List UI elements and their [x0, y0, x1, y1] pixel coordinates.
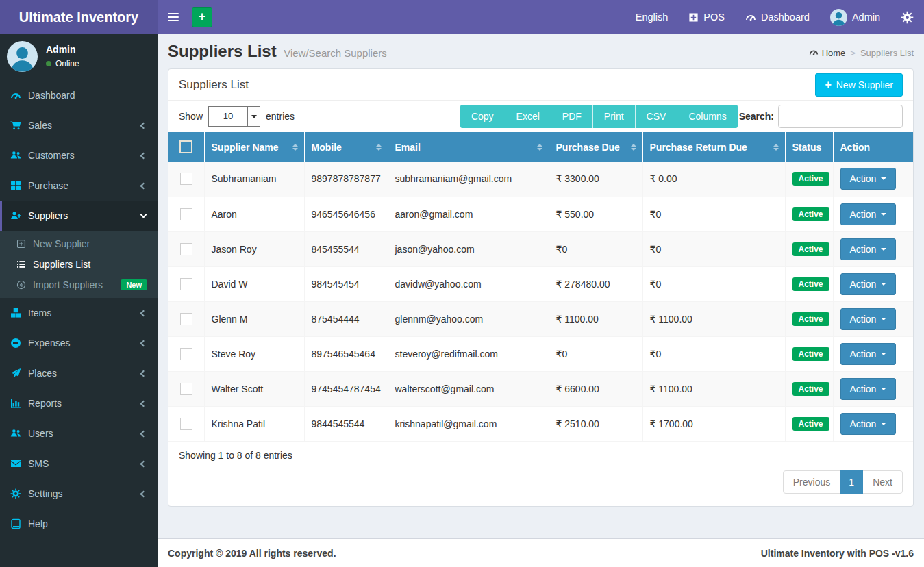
action-button[interactable]: Action [840, 273, 897, 295]
export-excel-button[interactable]: Excel [505, 105, 551, 128]
select-all-checkbox[interactable] [179, 140, 192, 153]
status-badge: Active [792, 277, 829, 291]
chevron-left-icon [140, 400, 147, 407]
sidebar-item-suppliers[interactable]: Suppliers [0, 201, 158, 231]
brand-logo[interactable]: Ultimate Inventory [0, 0, 158, 34]
user-menu[interactable]: Admin [820, 0, 890, 34]
action-button[interactable]: Action [840, 413, 897, 435]
sidebar-item-help[interactable]: Help [0, 509, 158, 539]
column-header-email[interactable]: Email [388, 132, 549, 162]
sidebar-toggle-button[interactable] [158, 0, 189, 34]
sort-icon [773, 144, 779, 151]
page-length-select[interactable]: 10 [208, 106, 260, 127]
sidebar-item-settings[interactable]: Settings [0, 479, 158, 509]
table-toolbar: Show 10 entries CopyExcelPDFPrintCSVColu… [168, 101, 913, 132]
export-columns-button[interactable]: Columns [677, 105, 737, 128]
column-header-mobile[interactable]: Mobile [304, 132, 388, 162]
sidebar-item-label: Help [28, 518, 147, 529]
purchase-due-cell: ₹ 6600.00 [549, 371, 642, 406]
sidebar-item-sms[interactable]: SMS [0, 449, 158, 479]
action-button[interactable]: Action [840, 238, 897, 260]
sidebar-item-customers[interactable]: Customers [0, 140, 158, 171]
caret-down-icon [881, 423, 886, 425]
row-checkbox[interactable] [180, 243, 192, 255]
row-checkbox[interactable] [180, 313, 192, 325]
purchase-return-due-cell: ₹ 1100.00 [642, 371, 785, 406]
breadcrumb-home-link[interactable]: Home [809, 47, 846, 59]
pagination-page-1-button[interactable]: 1 [840, 470, 863, 494]
sidebar-item-sales[interactable]: Sales [0, 110, 158, 140]
export-csv-button[interactable]: CSV [635, 105, 677, 128]
column-header-purchase-due[interactable]: Purchase Due [549, 132, 642, 162]
mobile-cell: 9844545544 [304, 406, 388, 441]
action-button[interactable]: Action [840, 203, 897, 225]
sidebar-item-label: Customers [28, 150, 141, 161]
status-badge: Active [792, 207, 829, 221]
email-cell: steveroy@redifmail.com [388, 336, 549, 371]
action-button[interactable]: Action [840, 343, 897, 365]
purchase-return-due-cell: ₹ 1700.00 [642, 406, 785, 441]
row-checkbox[interactable] [180, 348, 192, 360]
sidebar-subitem-suppliers-list[interactable]: Suppliers List [0, 254, 158, 275]
suppliers-table: Supplier NameMobileEmailPurchase DuePurc… [168, 132, 913, 442]
export-print-button[interactable]: Print [592, 105, 635, 128]
action-button[interactable]: Action [840, 308, 897, 330]
caret-down-icon [881, 388, 886, 390]
pagination: Previous 1 Next [179, 470, 903, 494]
cubes-icon [10, 307, 28, 318]
supplier-name-cell: Jason Roy [204, 231, 304, 266]
sidebar-item-users[interactable]: Users [0, 418, 158, 449]
supplier-name-cell: Aaron [204, 197, 304, 231]
sidebar-item-reports[interactable]: Reports [0, 388, 158, 418]
column-header-purchase-return-due[interactable]: Purchase Return Due [642, 132, 785, 162]
navbar-main: + English POS Dashboard Admin [158, 0, 924, 34]
sidebar-user-status[interactable]: Online [46, 59, 79, 68]
quick-add-button[interactable]: + [192, 7, 212, 27]
pos-link[interactable]: POS [678, 0, 735, 34]
supplier-name-cell: Glenn M [204, 301, 304, 336]
action-button[interactable]: Action [840, 168, 897, 190]
action-button[interactable]: Action [840, 378, 897, 400]
purchase-return-due-cell: ₹0 [642, 231, 785, 266]
row-checkbox[interactable] [180, 383, 192, 395]
user-plus-icon [10, 210, 28, 221]
row-checkbox[interactable] [180, 278, 192, 290]
row-checkbox[interactable] [180, 173, 192, 185]
row-checkbox[interactable] [180, 208, 192, 220]
caret-down-icon [881, 177, 886, 180]
column-header-supplier-name[interactable]: Supplier Name [204, 132, 304, 162]
search-input[interactable] [778, 105, 903, 128]
sidebar-item-purchase[interactable]: Purchase [0, 171, 158, 201]
caret-down-icon [881, 213, 886, 216]
pagination-previous-button[interactable]: Previous [783, 470, 840, 494]
row-select-cell [168, 162, 204, 197]
page-subtitle: View/Search Suppliers [284, 47, 387, 59]
dashboard-link[interactable]: Dashboard [735, 0, 820, 34]
sidebar-item-dashboard[interactable]: Dashboard [0, 80, 158, 110]
sidebar-subitem-import-suppliers[interactable]: Import SuppliersNew [0, 275, 158, 295]
users-icon [10, 428, 28, 439]
row-checkbox[interactable] [180, 418, 192, 430]
list-icon [16, 260, 33, 269]
pagination-next-button[interactable]: Next [862, 470, 903, 494]
sidebar-item-places[interactable]: Places [0, 358, 158, 388]
cart-icon [10, 120, 28, 131]
navbar-right-menu: English POS Dashboard Admin [625, 0, 924, 34]
supplier-name-cell: Walter Scott [204, 371, 304, 406]
sidebar-item-label: Sales [28, 120, 141, 131]
row-select-cell [168, 371, 204, 406]
sidebar-subitem-new-supplier[interactable]: New Supplier [0, 234, 158, 254]
export-pdf-button[interactable]: PDF [551, 105, 592, 128]
showing-entries-text: Showing 1 to 8 of 8 entries [179, 450, 903, 461]
status-cell: Active [785, 162, 833, 197]
settings-gear-menu[interactable] [890, 0, 924, 34]
new-supplier-button[interactable]: + New Supplier [815, 73, 903, 97]
purchase-due-cell: ₹ 2510.00 [549, 406, 642, 441]
sidebar-item-items[interactable]: Items [0, 298, 158, 328]
export-copy-button[interactable]: Copy [460, 105, 505, 128]
copyright-text: Copyright © 2019 All rights reserved. [168, 548, 336, 559]
language-menu[interactable]: English [625, 0, 679, 34]
purchase-due-cell: ₹ 278480.00 [549, 266, 642, 301]
sidebar-item-expenses[interactable]: Expenses [0, 328, 158, 358]
action-cell: Action [833, 371, 913, 406]
